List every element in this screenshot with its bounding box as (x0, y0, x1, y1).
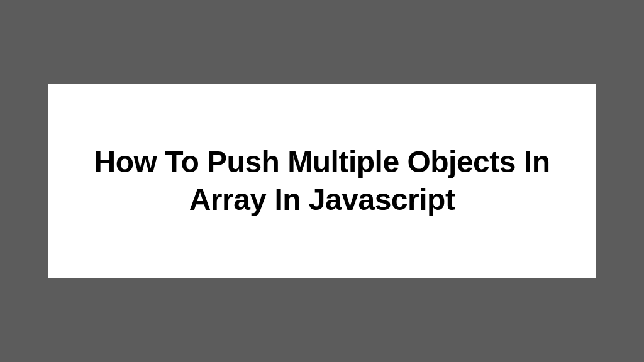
page-title: How To Push Multiple Objects In Array In… (86, 143, 558, 219)
title-card: How To Push Multiple Objects In Array In… (48, 84, 596, 278)
